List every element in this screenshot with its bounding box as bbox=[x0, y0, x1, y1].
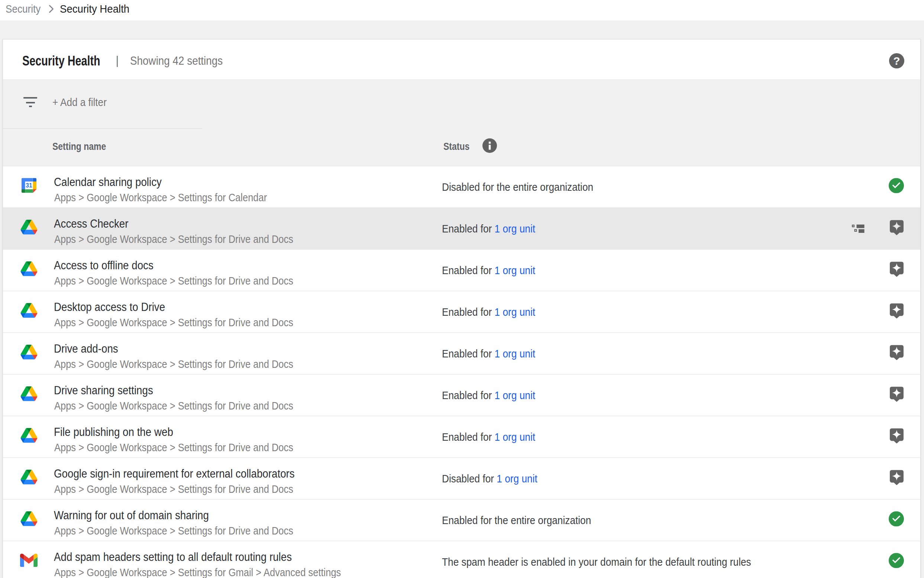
svg-text:31: 31 bbox=[26, 182, 32, 188]
